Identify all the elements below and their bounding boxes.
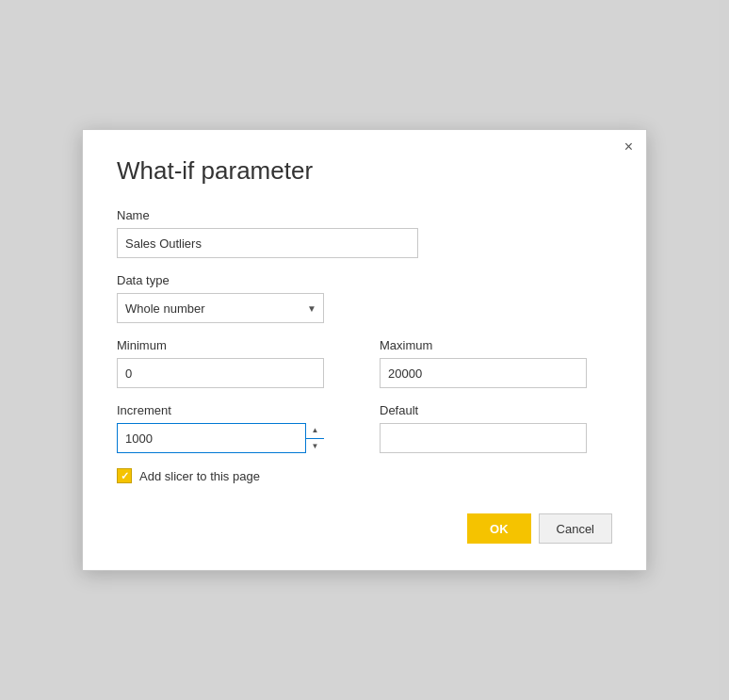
checkbox-check-icon: ✓ (121, 471, 129, 481)
minimum-input[interactable] (117, 358, 324, 388)
increment-default-row: Increment ▲ ▼ ✓ Add slicer to this page (117, 403, 612, 483)
cancel-button[interactable]: Cancel (539, 513, 612, 544)
minimum-label: Minimum (117, 338, 349, 352)
add-slicer-label[interactable]: Add slicer to this page (139, 469, 260, 483)
ok-button[interactable]: OK (467, 513, 531, 544)
name-label: Name (117, 208, 612, 222)
dialog-overlay: × What-if parameter Name Sales Outliers … (0, 0, 729, 700)
increment-col: Increment ▲ ▼ ✓ Add slicer to this page (117, 403, 349, 483)
datatype-select-wrapper: Whole number Decimal number Fixed decima… (117, 293, 324, 323)
spinner-controls: ▲ ▼ (305, 423, 324, 453)
close-button[interactable]: × (624, 139, 633, 155)
dialog-title: What-if parameter (117, 156, 612, 186)
default-col: Default (380, 403, 612, 483)
increment-group: Increment ▲ ▼ (117, 403, 349, 453)
maximum-input[interactable] (380, 358, 587, 388)
datatype-group: Data type Whole number Decimal number Fi… (117, 273, 612, 323)
increment-label: Increment (117, 403, 349, 417)
add-slicer-checkbox[interactable]: ✓ (117, 468, 132, 483)
maximum-group: Maximum (380, 338, 612, 388)
default-input[interactable] (380, 423, 587, 453)
minimum-group: Minimum (117, 338, 349, 388)
what-if-dialog: × What-if parameter Name Sales Outliers … (82, 129, 647, 571)
dialog-footer: OK Cancel (117, 513, 612, 544)
default-group: Default (380, 403, 612, 453)
name-input[interactable]: Sales Outliers (117, 228, 418, 258)
name-group: Name Sales Outliers (117, 208, 612, 258)
add-slicer-row: ✓ Add slicer to this page (117, 468, 349, 483)
min-max-row: Minimum Maximum (117, 338, 612, 403)
spinner-down-button[interactable]: ▼ (306, 439, 324, 454)
spinner-up-button[interactable]: ▲ (306, 423, 324, 439)
increment-spinner-wrapper: ▲ ▼ (117, 423, 324, 453)
maximum-col: Maximum (380, 338, 612, 403)
increment-input[interactable] (117, 423, 324, 453)
datatype-select[interactable]: Whole number Decimal number Fixed decima… (117, 293, 324, 323)
datatype-label: Data type (117, 273, 612, 287)
minimum-col: Minimum (117, 338, 349, 403)
maximum-label: Maximum (380, 338, 612, 352)
default-label: Default (380, 403, 612, 417)
